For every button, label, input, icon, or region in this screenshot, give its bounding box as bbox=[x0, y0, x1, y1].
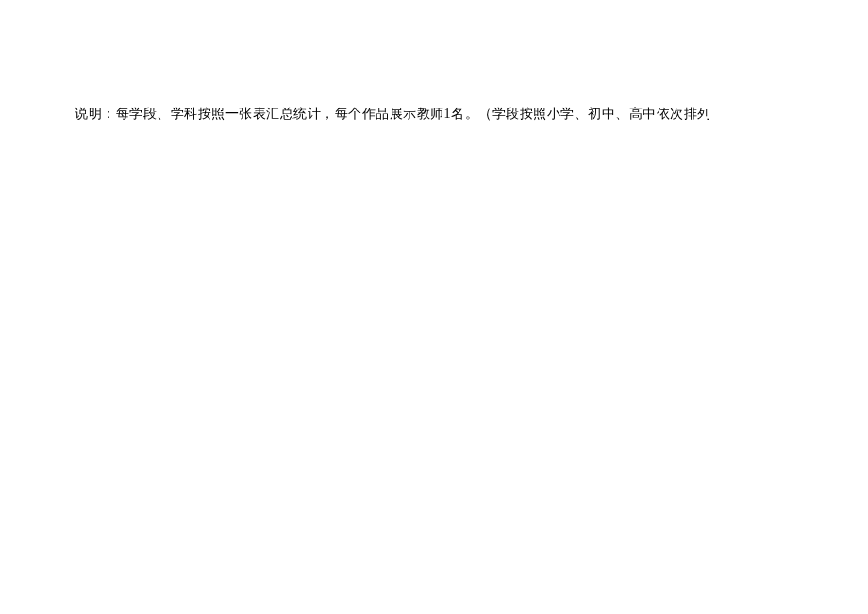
description-paragraph: 说明：每学段、学科按照一张表汇总统计，每个作品展示教师1名。（学段按照小学、初中… bbox=[75, 106, 711, 123]
